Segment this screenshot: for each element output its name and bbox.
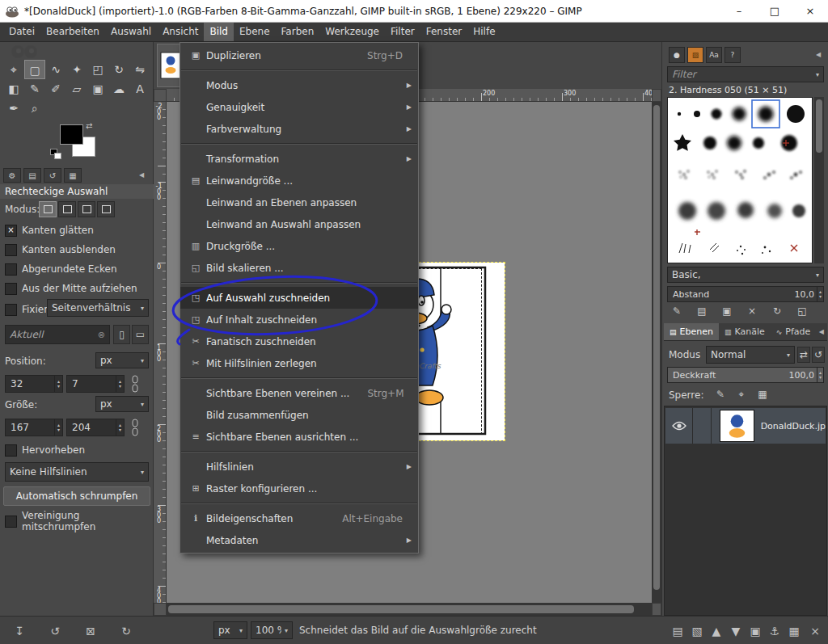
spin-arrows[interactable]: ▴▾ xyxy=(116,419,124,436)
menu-item-sichtbare-ebenen-ausrichten[interactable]: ≡ Sichtbare Ebenen ausrichten ... xyxy=(180,426,418,448)
delete-tool-preset-button[interactable]: ⊠ xyxy=(82,623,99,639)
anchor-layer-button[interactable]: ⚓ xyxy=(767,623,783,639)
fuzzy-select-tool-button[interactable]: ✦ xyxy=(66,60,87,79)
menu-item-fanatisch-zuschneiden[interactable]: ✂ Fanatisch zuschneiden xyxy=(180,330,418,352)
foreground-color-swatch[interactable] xyxy=(60,124,83,145)
maximize-button[interactable]: □ xyxy=(757,0,792,22)
checkbox-antialiasing[interactable]: × Kanten glätten xyxy=(5,223,94,238)
zoom-tool-button[interactable]: ⌕ xyxy=(24,99,45,118)
position-unit-select[interactable]: px ▾ xyxy=(95,352,149,368)
reset-colors-button[interactable] xyxy=(50,149,61,158)
menu-item-druckgroesse[interactable]: ▥ Druckgröße ... xyxy=(180,235,418,257)
menu-item-leinwand-an-ebenen[interactable]: Leinwand an Ebenen anpassen xyxy=(180,192,418,213)
auto-shrink-button[interactable]: Automatisch schrumpfen xyxy=(3,486,150,506)
menubar-item-ebene[interactable]: Ebene xyxy=(234,23,276,41)
menubar-item-ansicht[interactable]: Ansicht xyxy=(157,23,204,41)
clear-entry-icon[interactable]: ⊗ xyxy=(98,330,105,340)
canvas-horizontal-scrollbar[interactable] xyxy=(167,603,652,616)
images-tab-icon[interactable]: ▦ xyxy=(64,168,82,183)
menu-item-modus[interactable]: Modus ▶ xyxy=(180,74,418,96)
spin-arrows[interactable]: ▴▾ xyxy=(54,376,62,392)
menu-item-hilfslinien[interactable]: Hilfslinien ▶ xyxy=(180,456,418,478)
edit-brush-button[interactable]: ✎ xyxy=(669,304,685,318)
lock-alpha-button[interactable]: ▦ xyxy=(754,386,771,402)
layer-link-toggle[interactable] xyxy=(693,408,711,444)
document-history-tab-icon[interactable]: ? xyxy=(724,47,741,63)
blend-space-button[interactable]: ⇄ xyxy=(797,347,810,363)
ratio-entry[interactable]: Aktuell ⊗ xyxy=(5,325,110,344)
close-button[interactable]: × xyxy=(792,0,828,22)
statusbar-zoom-select[interactable]: 100 % ▾ xyxy=(251,621,293,639)
menu-item-duplizieren[interactable]: ▣ Duplizieren Strg+D xyxy=(180,44,418,66)
vertical-ruler[interactable]: -200 -100 0 100 200 300 400 xyxy=(154,102,167,603)
spin-arrows[interactable]: ▴▾ xyxy=(116,376,124,392)
device-status-tab-icon[interactable]: ▤ xyxy=(23,168,41,183)
position-x-field[interactable]: 32 ▴▾ xyxy=(5,375,63,393)
free-select-tool-button[interactable]: ∿ xyxy=(45,60,66,79)
spin-arrows[interactable]: ▴▾ xyxy=(817,287,823,301)
menu-item-sichtbare-ebenen-vereinen[interactable]: Sichtbare Ebenen vereinen ... Strg+M xyxy=(180,382,418,404)
menu-item-raster-konfigurieren[interactable]: ⊞ Raster konfigurieren ... xyxy=(180,478,418,499)
canvas-menu-button[interactable] xyxy=(652,89,661,102)
menu-item-auf-auswahl-zuschneiden[interactable]: ◳ Auf Auswahl zuschneiden xyxy=(180,287,418,309)
paintbrush-tool-button[interactable]: ✐ xyxy=(45,79,66,99)
mode-subtract-button[interactable] xyxy=(78,201,95,217)
mode-intersect-button[interactable] xyxy=(97,201,115,217)
mode-add-button[interactable] xyxy=(58,201,76,217)
text-tool-button[interactable]: A xyxy=(129,79,150,99)
ruler-corner-button[interactable] xyxy=(154,89,167,102)
menubar-item-fenster[interactable]: Fenster xyxy=(420,23,468,41)
menu-item-bildeigenschaften[interactable]: ℹ Bildeigenschaften Alt+Eingabe xyxy=(180,507,418,529)
statusbar-unit-select[interactable]: px ▾ xyxy=(213,621,247,639)
duplicate-layer-button[interactable]: ▣ xyxy=(747,623,763,639)
delete-layer-button[interactable]: × xyxy=(807,623,823,639)
mode-replace-button[interactable] xyxy=(39,201,57,217)
tool-options-tab-icon[interactable]: ⚙ xyxy=(3,168,21,183)
spin-arrows[interactable]: ▴▾ xyxy=(54,419,62,436)
layer-name[interactable]: DonaldDuck.jp xyxy=(761,421,826,431)
reset-tool-options-button[interactable]: ↻ xyxy=(118,623,134,639)
menu-item-leinwandgroesse[interactable]: ▤ Leinwandgröße ... xyxy=(180,170,418,192)
spin-arrows[interactable]: ▴▾ xyxy=(817,368,823,382)
layer-visibility-toggle[interactable] xyxy=(665,408,693,444)
merge-down-button[interactable]: ▦ xyxy=(786,623,802,639)
navigation-button[interactable] xyxy=(652,603,661,616)
duplicate-brush-button[interactable]: ▣ xyxy=(719,304,735,318)
fixed-ratio-select[interactable]: Seitenverhältnis ▾ xyxy=(47,299,149,317)
lock-pixels-button[interactable]: ✎ xyxy=(712,386,729,402)
size-width-field[interactable]: 167 ▴▾ xyxy=(5,419,63,436)
menubar-item-hilfe[interactable]: Hilfe xyxy=(467,23,501,41)
menubar-item-bild[interactable]: Bild xyxy=(204,23,234,41)
raise-layer-button[interactable]: ▲ xyxy=(708,623,724,639)
size-unit-select[interactable]: px ▾ xyxy=(95,396,149,412)
brush-grid[interactable] xyxy=(667,97,813,263)
crop-tool-button[interactable]: ◰ xyxy=(87,60,108,79)
layer-row[interactable]: DonaldDuck.jp xyxy=(665,408,826,444)
menu-item-leinwand-an-auswahl[interactable]: Leinwand an Auswahl anpassen xyxy=(180,213,418,235)
dock-collapse-icon[interactable]: ◀ xyxy=(819,328,827,335)
save-tool-preset-button[interactable]: ↧ xyxy=(11,623,27,639)
menu-item-metadaten[interactable]: Metadaten ▶ xyxy=(180,529,418,551)
restore-tool-preset-button[interactable]: ↺ xyxy=(47,623,63,639)
menu-item-bild-zusammenfuegen[interactable]: Bild zusammenfügen xyxy=(180,404,418,426)
rectangle-select-tool-button[interactable]: ▢ xyxy=(24,60,45,79)
menu-item-bild-skalieren[interactable]: ◱ Bild skalieren ... xyxy=(180,257,418,279)
flip-tool-button[interactable]: ⇋ xyxy=(129,60,150,79)
brush-group-select[interactable]: Basic, ▾ xyxy=(667,267,824,283)
position-y-field[interactable]: 7 ▴▾ xyxy=(66,375,125,393)
menu-item-auf-inhalt-zuschneiden[interactable]: ◳ Auf Inhalt zuschneiden xyxy=(180,309,418,330)
menu-item-transformation[interactable]: Transformation ▶ xyxy=(180,148,418,170)
undo-history-tab-icon[interactable]: ↺ xyxy=(44,168,61,183)
size-height-field[interactable]: 204 ▴▾ xyxy=(66,419,125,436)
layer-mode-select[interactable]: Normal ▾ xyxy=(706,346,795,364)
guides-select[interactable]: Keine Hilfslinien ▾ xyxy=(5,462,149,482)
new-layer-group-button[interactable]: ▧ xyxy=(689,623,705,639)
clone-tool-button[interactable]: ▣ xyxy=(87,79,108,99)
transform-tool-button[interactable]: ↻ xyxy=(108,60,129,79)
menu-item-mit-hilfslinien-zerlegen[interactable]: ✂ Mit Hilfslinien zerlegen xyxy=(180,352,418,374)
move-tool-button[interactable]: ⌖ xyxy=(3,60,24,79)
ink-tool-button[interactable]: ✒ xyxy=(3,99,24,118)
checkbox-fixed[interactable]: Fixiert xyxy=(5,302,52,317)
checkbox-feather-edges[interactable]: Kanten ausblenden xyxy=(5,242,116,257)
menubar-item-filter[interactable]: Filter xyxy=(385,23,420,41)
